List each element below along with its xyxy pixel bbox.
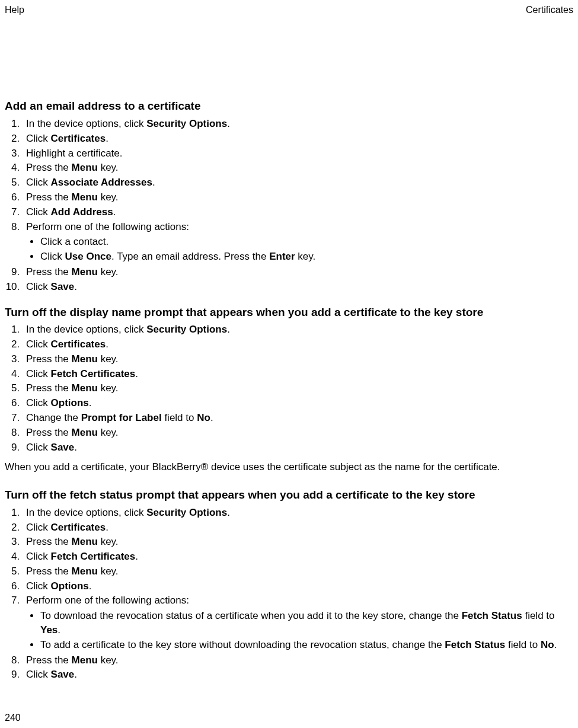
header-left: Help — [5, 4, 24, 17]
list-item: Click Save. — [23, 280, 573, 294]
section-title: Add an email address to a certificate — [5, 98, 573, 114]
sub-list: To download the revocation status of a c… — [26, 609, 573, 652]
list-item: Press the Menu key. — [23, 161, 573, 175]
list-item: Click Certificates. — [23, 521, 573, 535]
list-item: Perform one of the following actions: To… — [23, 593, 573, 652]
list-item: Click Certificates. — [23, 132, 573, 146]
list-item: Highlight a certificate. — [23, 146, 573, 161]
page-content: Add an email address to a certificate In… — [0, 17, 578, 682]
list-item: To download the revocation status of a c… — [40, 609, 573, 637]
list-item: To add a certificate to the key store wi… — [40, 638, 573, 652]
list-item: Click Fetch Certificates. — [23, 550, 573, 564]
list-item: Press the Menu key. — [23, 265, 573, 279]
list-item: Press the Menu key. — [23, 381, 573, 395]
list-item: In the device options, click Security Op… — [23, 323, 573, 337]
section-title: Turn off the display name prompt that ap… — [5, 305, 573, 321]
list-item: Click a contact. — [40, 235, 573, 249]
list-item: Press the Menu key. — [23, 190, 573, 205]
section-note: When you add a certificate, your BlackBe… — [5, 460, 573, 474]
list-item: Click Options. — [23, 396, 573, 410]
list-item: Change the Prompt for Label field to No. — [23, 411, 573, 425]
page-number: 240 — [5, 711, 21, 724]
step-list: In the device options, click Security Op… — [5, 323, 573, 454]
list-item: Click Use Once. Type an email address. P… — [40, 250, 573, 264]
list-item: Press the Menu key. — [23, 653, 573, 668]
list-item: Press the Menu key. — [23, 426, 573, 440]
list-item: In the device options, click Security Op… — [23, 117, 573, 131]
list-item: In the device options, click Security Op… — [23, 506, 573, 520]
list-item: Click Save. — [23, 668, 573, 682]
list-item: Click Add Address. — [23, 205, 573, 219]
sub-list: Click a contact. Click Use Once. Type an… — [26, 235, 573, 264]
section-title: Turn off the fetch status prompt that ap… — [5, 487, 573, 503]
list-item: Press the Menu key. — [23, 564, 573, 579]
step-list: In the device options, click Security Op… — [5, 506, 573, 682]
list-item: Click Associate Addresses. — [23, 175, 573, 190]
page-header: Help Certificates — [0, 0, 578, 17]
list-item: Click Save. — [23, 440, 573, 455]
header-right: Certificates — [526, 4, 573, 17]
list-item: Click Certificates. — [23, 337, 573, 352]
list-item: Click Fetch Certificates. — [23, 367, 573, 381]
list-item: Press the Menu key. — [23, 352, 573, 366]
list-item: Perform one of the following actions: Cl… — [23, 220, 573, 264]
step-list: In the device options, click Security Op… — [5, 117, 573, 294]
list-item: Press the Menu key. — [23, 535, 573, 549]
list-item: Click Options. — [23, 579, 573, 593]
